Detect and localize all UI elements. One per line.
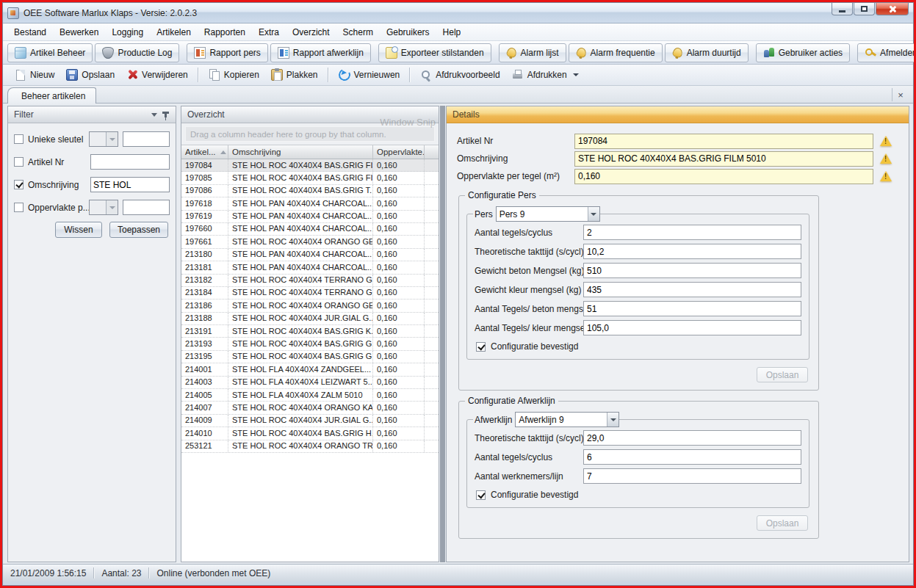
details-field-input-1[interactable] [574,151,873,167]
toolbar-button-verwijderen[interactable]: Verwijderen [120,66,194,84]
grid-column-header-0[interactable]: Artikel... [181,145,228,159]
filter-checkbox-0[interactable] [14,134,24,144]
filter-input-1[interactable] [90,154,170,170]
toolbar-button-alarm-frequentie[interactable]: Alarm frequentie [569,43,663,62]
details-field-input-2[interactable] [574,169,873,184]
menu-item-extra[interactable]: Extra [252,25,286,40]
grid-column-header-1[interactable]: Omschrijving [228,145,373,159]
pers-save-button[interactable]: Opslaan [757,367,808,382]
filter-input-3[interactable] [123,200,170,215]
table-row[interactable]: 213193STE HOL ROC 40X40X4 BAS.GRIG G...0… [181,338,439,350]
toolbar-button-afmelden[interactable]: Afmelden [857,43,916,62]
filter-checkbox-1[interactable] [14,157,24,167]
toolbar-button-afdrukvoorbeeld[interactable]: Afdrukvoorbeeld [414,66,505,84]
table-row[interactable]: 253121STE HOL ROC 40X40X4 ORANGO TR...0,… [181,440,439,453]
table-row[interactable]: 197660STE HOL PAN 40X40X4 CHARCOAL...0,1… [181,223,439,236]
table-row[interactable]: 213184STE HOL ROC 40X40X4 TERRANO G...0,… [181,287,439,300]
table-cell: 213191 [181,325,228,337]
table-row[interactable]: 214010STE HOL ROC 40X40X4 BAS.GRIG H...0… [181,427,439,440]
toolbar-button-vernieuwen[interactable]: Vernieuwen [333,66,406,84]
toolbar-button-gebruiker-acties[interactable]: Gebruiker acties [756,43,850,62]
table-row[interactable]: 197084STE HOL ROC 40X40X4 BAS.GRIG FI...… [181,159,439,172]
filter-label-1: Artikel Nr [28,157,90,167]
table-row[interactable]: 213188STE HOL ROC 40X40X4 JUR.GIAL G...0… [181,313,439,325]
tab-close-button[interactable]: × [892,88,909,101]
table-row[interactable]: 197661STE HOL ROC 40X40X4 ORANGO GE...0,… [181,236,439,248]
pers-field-input-5[interactable] [583,320,801,335]
grid-column-header-2[interactable]: Oppervlakte... [373,145,425,159]
dropdown-button[interactable] [106,200,118,214]
close-button[interactable] [876,3,909,15]
pers-confirm-checkbox[interactable] [476,342,486,352]
maximize-button[interactable] [854,3,875,15]
toolbar-button-nieuw[interactable]: Nieuw [9,66,60,84]
table-row[interactable]: 197085STE HOL ROC 40X40X4 BAS.GRIG FI...… [181,172,439,184]
clear-filter-button[interactable]: Wissen [55,222,102,238]
table-row[interactable]: 213182STE HOL ROC 40X40X4 TERRANO G...0,… [181,275,439,287]
pers-confirm-row: Configuratie bevestigd [476,341,801,352]
table-row[interactable]: 214005STE HOL FLA 40X40X4 ZALM 50100,160 [181,389,439,402]
menu-item-bewerken[interactable]: Bewerken [53,25,105,40]
tab-beheer-artikelen[interactable]: Beheer artikelen [7,87,96,104]
menu-item-bestand[interactable]: Bestand [7,25,53,40]
menu-item-scherm[interactable]: Scherm [336,25,380,40]
chevron-down-icon[interactable] [151,113,157,117]
filter-input-0[interactable] [123,131,170,147]
toolbar-button-artikel-beheer[interactable]: Artikel Beheer [7,43,93,62]
filter-checkbox-2[interactable] [14,180,24,189]
pers-dropdown[interactable]: Pers 9 [496,206,600,222]
menu-item-overzicht[interactable]: Overzicht [286,25,336,40]
toolbar-button-productie-log[interactable]: Productie Log [95,43,179,62]
table-row[interactable]: 214009STE HOL ROC 40X40X4 JUR.GIAL G...0… [181,415,439,427]
pers-field-input-2[interactable] [583,263,801,278]
details-field-input-0[interactable] [574,134,873,149]
pers-field-input-4[interactable] [583,301,801,316]
toolbar-button-exporteer-stilstanden[interactable]: Exporteer stilstanden [378,43,491,62]
menu-item-gebruikers[interactable]: Gebruikers [380,25,436,40]
filter-operator-dropdown-3[interactable] [89,200,118,215]
filter-operator-dropdown-0[interactable] [89,131,118,147]
table-row[interactable]: 197618STE HOL PAN 40X40X4 CHARCOAL...0,1… [181,197,439,210]
table-row[interactable]: 213180STE HOL PAN 40X40X4 CHARCOAL...0,1… [181,249,439,261]
menu-item-logging[interactable]: Logging [105,25,150,40]
table-row[interactable]: 213181STE HOL PAN 40X40X4 CHARCOAL...0,1… [181,261,439,274]
dropdown-button[interactable] [588,207,599,221]
toolbar-button-alarm-duurtijd[interactable]: Alarm duurtijd [665,43,749,62]
afwerklijn-confirm-checkbox[interactable] [476,490,486,500]
filter-checkbox-3[interactable] [14,203,24,212]
toolbar-button-plakken[interactable]: Plakken [265,66,324,84]
afwerklijn-field-input-0[interactable] [583,430,801,446]
pers-field-input-3[interactable] [583,282,801,297]
pin-icon[interactable] [165,112,167,117]
afwerklijn-dropdown[interactable]: Afwerklijn 9 [515,412,619,427]
toolbar-button-afdrukken[interactable]: Afdrukken [506,66,585,84]
apply-filter-button[interactable]: Toepassen [109,222,168,238]
afwerklijn-field-input-2[interactable] [583,468,801,484]
grid-group-bar[interactable]: Drag a column header here to group by th… [181,123,439,145]
dropdown-button[interactable] [607,413,619,427]
toolbar-button-rapport-afwerklijn[interactable]: Rapport afwerklijn [270,43,371,62]
table-row[interactable]: 214003STE HOL FLA 40X40X4 LEIZWART 5...0… [181,377,439,389]
panel-splitter[interactable] [440,106,445,562]
table-row[interactable]: 197086STE HOL ROC 40X40X4 BAS.GRIG T...0… [181,185,439,197]
menu-item-help[interactable]: Help [436,25,468,40]
table-row[interactable]: 197619STE HOL PAN 40X40X4 CHARCOAL...0,1… [181,211,439,223]
table-row[interactable]: 214007STE HOL ROC 40X40X4 ORANGO KA...0,… [181,402,439,414]
table-row[interactable]: 213191STE HOL ROC 40X40X4 BAS.GRIG K...0… [181,325,439,338]
menu-item-artikelen[interactable]: Artikelen [150,25,198,40]
toolbar-button-rapport-pers[interactable]: Rapport pers [187,43,267,62]
pers-field-input-0[interactable] [583,225,801,240]
table-row[interactable]: 214001STE HOL FLA 40X40X4 ZANDGEEL...0,1… [181,363,439,376]
minimize-button[interactable] [832,3,853,15]
afwerklijn-save-button[interactable]: Opslaan [757,515,808,531]
table-row[interactable]: 213195STE HOL ROC 40X40X4 BAS.GRIG G...0… [181,351,439,363]
toolbar-button-kopieren[interactable]: Kopieren [203,66,265,84]
pers-field-input-1[interactable] [583,244,801,259]
toolbar-button-alarm-lijst[interactable]: Alarm lijst [499,43,566,62]
table-row[interactable]: 213186STE HOL ROC 40X40X4 ORANGO GE...0,… [181,300,439,312]
dropdown-button[interactable] [106,132,118,146]
afwerklijn-field-input-1[interactable] [583,449,801,465]
toolbar-button-opslaan[interactable]: Opslaan [60,66,120,84]
menu-item-rapporten[interactable]: Rapporten [198,25,252,40]
filter-input-2[interactable] [90,177,170,192]
